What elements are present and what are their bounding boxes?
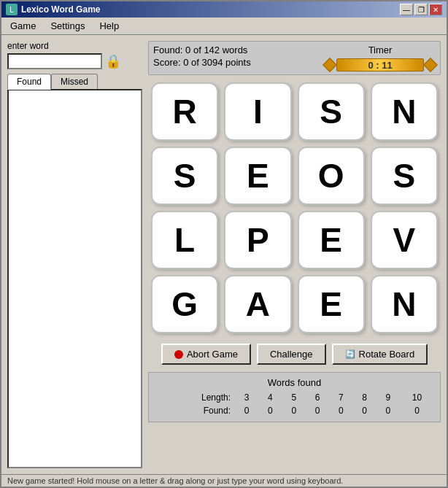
length-row: Length: 3 4 5 6 7 8 9 10: [155, 391, 434, 404]
length-6: 6: [306, 391, 329, 404]
length-7: 7: [329, 391, 352, 404]
length-4: 4: [258, 391, 282, 404]
minimize-button[interactable]: —: [400, 4, 413, 15]
words-found-table: Words found Length: 3 4 5 6 7 8 9 10: [148, 372, 441, 422]
title-bar: L Lexico Word Game — ❐ ✕: [1, 1, 447, 18]
window-title: Lexico Word Game: [21, 4, 100, 15]
timer-diamond-left: [323, 58, 337, 72]
left-panel: enter word 🔒 Found Missed: [7, 41, 142, 468]
rotate-icon: 🔄: [345, 349, 355, 360]
menu-bar: Game Settings Help: [1, 18, 447, 35]
letter-tile-s-7[interactable]: S: [371, 147, 438, 205]
title-bar-left: L Lexico Word Game: [6, 4, 100, 15]
timer-section: Timer 0 : 11: [325, 44, 436, 71]
found-6: 0: [306, 404, 329, 417]
words-found-data-table: Length: 3 4 5 6 7 8 9 10 Found: 0: [155, 391, 434, 417]
stats-timer-row: Found: 0 of 142 words Score: 0 of 3094 p…: [148, 41, 441, 75]
menu-game[interactable]: Game: [4, 19, 42, 33]
tab-missed[interactable]: Missed: [51, 74, 98, 89]
status-bar: New game started! Hold mouse on a letter…: [1, 474, 447, 487]
letter-tile-e-10[interactable]: E: [298, 211, 365, 269]
length-label: Length:: [155, 391, 235, 404]
letter-tile-r-0[interactable]: R: [151, 82, 218, 141]
enter-word-row: 🔒: [7, 53, 142, 69]
enter-word-label: enter word: [7, 41, 142, 51]
found-label: Found:: [155, 404, 235, 417]
main-content: enter word 🔒 Found Missed: [1, 35, 447, 474]
timer-display: 0 : 11: [336, 58, 424, 71]
found-10: 0: [400, 404, 434, 417]
abort-dot-icon: [174, 350, 183, 359]
restore-button[interactable]: ❐: [414, 4, 428, 15]
found-5: 0: [282, 404, 306, 417]
app-icon: L: [6, 4, 18, 15]
word-list-box[interactable]: [7, 89, 142, 468]
score-stat: Score: 0 of 3094 points: [153, 57, 251, 68]
found-stat: Found: 0 of 142 words: [153, 44, 251, 55]
letter-tile-e-5[interactable]: E: [224, 147, 291, 205]
word-input[interactable]: [7, 53, 102, 69]
found-4: 0: [258, 404, 282, 417]
found-row: Found: 0 0 0 0 0 0 0 0: [155, 404, 434, 417]
action-buttons: Abort Game Challenge 🔄 Rotate Board: [148, 341, 441, 368]
letter-tile-s-2[interactable]: S: [298, 82, 365, 141]
length-3: 3: [235, 391, 258, 404]
found-3: 0: [235, 404, 258, 417]
found-7: 0: [329, 404, 352, 417]
words-found-title: Words found: [155, 377, 434, 388]
length-10: 10: [400, 391, 434, 404]
challenge-button[interactable]: Challenge: [257, 344, 326, 365]
letter-tile-n-3[interactable]: N: [371, 82, 438, 141]
enter-word-section: enter word 🔒: [7, 41, 142, 69]
letter-tile-p-9[interactable]: P: [224, 211, 291, 269]
letter-tile-n-15[interactable]: N: [371, 275, 438, 333]
letter-grid: RISNSEOSLPEVGAEN: [148, 80, 441, 336]
stats-section: Found: 0 of 142 words Score: 0 of 3094 p…: [153, 44, 251, 68]
status-text: New game started! Hold mouse on a letter…: [7, 476, 343, 485]
length-9: 9: [376, 391, 400, 404]
letter-tile-i-1[interactable]: I: [224, 82, 291, 141]
timer-label: Timer: [368, 44, 393, 55]
letter-tile-l-8[interactable]: L: [151, 211, 218, 269]
letter-tile-o-6[interactable]: O: [298, 147, 365, 205]
timer-diamond-right: [423, 58, 438, 72]
rotate-board-button[interactable]: 🔄 Rotate Board: [332, 344, 428, 365]
submit-icon[interactable]: 🔒: [105, 53, 121, 69]
right-panel: Found: 0 of 142 words Score: 0 of 3094 p…: [148, 41, 441, 468]
length-8: 8: [352, 391, 376, 404]
length-5: 5: [282, 391, 306, 404]
letter-tile-s-4[interactable]: S: [151, 147, 218, 205]
close-button[interactable]: ✕: [429, 4, 442, 15]
app-window: L Lexico Word Game — ❐ ✕ Game Settings H…: [0, 0, 448, 488]
timer-bar-row: 0 : 11: [325, 58, 436, 71]
found-8: 0: [352, 404, 376, 417]
abort-game-button[interactable]: Abort Game: [161, 344, 251, 365]
letter-tile-a-13[interactable]: A: [224, 275, 291, 333]
tab-found[interactable]: Found: [7, 74, 51, 90]
menu-settings[interactable]: Settings: [45, 19, 90, 33]
found-9: 0: [376, 404, 400, 417]
letter-tile-e-14[interactable]: E: [298, 275, 365, 333]
title-bar-buttons: — ❐ ✕: [400, 4, 442, 15]
letter-tile-v-11[interactable]: V: [371, 211, 438, 269]
menu-help[interactable]: Help: [93, 19, 125, 33]
tabs-container: Found Missed: [7, 74, 142, 468]
tab-bar: Found Missed: [7, 74, 142, 89]
letter-tile-g-12[interactable]: G: [151, 275, 218, 333]
